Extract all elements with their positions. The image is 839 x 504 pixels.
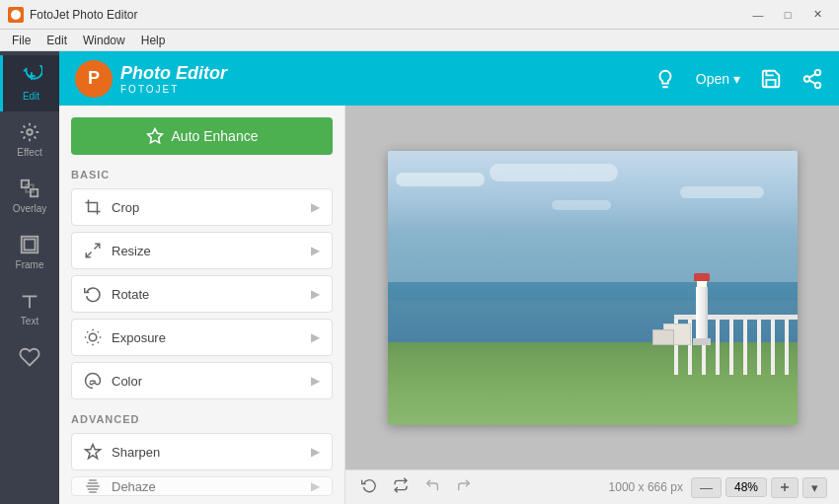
svg-marker-28 xyxy=(86,445,101,459)
svg-line-18 xyxy=(86,252,91,257)
top-bar-actions: Open ▾ xyxy=(654,68,823,90)
zoom-plus-button[interactable] xyxy=(771,477,799,498)
rotate-chevron: ▶ xyxy=(311,287,320,301)
crop-tool[interactable]: Crop ▶ xyxy=(71,188,333,226)
zoom-dropdown-button[interactable]: ▾ xyxy=(802,477,827,498)
crop-chevron: ▶ xyxy=(311,200,320,214)
exposure-chevron: ▶ xyxy=(311,330,320,344)
svg-point-11 xyxy=(815,69,821,75)
crop-tool-left: Crop xyxy=(84,198,139,216)
refresh-button[interactable] xyxy=(357,475,381,499)
sidebar-item-favorites[interactable] xyxy=(0,336,59,382)
rotate-label: Rotate xyxy=(112,287,149,302)
title-bar-left: FotoJet Photo Editor xyxy=(8,7,137,23)
svg-line-27 xyxy=(98,331,99,332)
menu-edit[interactable]: Edit xyxy=(38,32,75,49)
logo-sub: FOTOJET xyxy=(120,84,227,95)
rotate-tool-left: Rotate xyxy=(84,285,149,303)
svg-marker-16 xyxy=(147,129,162,143)
close-button[interactable]: ✕ xyxy=(803,5,831,25)
dehaze-tool[interactable]: Dehaze ▶ xyxy=(71,476,333,496)
dehaze-chevron: ▶ xyxy=(311,479,320,493)
sharpen-label: Sharpen xyxy=(112,445,160,460)
dimensions-display: 1000 x 666 px xyxy=(609,480,683,494)
minimize-button[interactable]: — xyxy=(744,5,772,25)
sidebar-item-frame[interactable]: Frame xyxy=(0,224,59,280)
tool-panel: Auto Enhance BASIC Crop ▶ xyxy=(59,106,345,504)
sharpen-tool-left: Sharpen xyxy=(84,443,160,461)
lighthouse-base xyxy=(693,338,711,345)
cloud-1 xyxy=(396,173,485,186)
sidebar-edit-label: Edit xyxy=(23,91,39,102)
lighthouse-cap xyxy=(694,273,710,281)
dehaze-tool-left: Dehaze xyxy=(84,477,156,495)
sidebar-item-overlay[interactable]: Overlay xyxy=(0,168,59,224)
svg-line-15 xyxy=(809,73,815,77)
title-bar: FotoJet Photo Editor — □ ✕ xyxy=(0,0,839,30)
logo-area: P Photo Editor FOTOJET xyxy=(75,60,227,98)
menu-window[interactable]: Window xyxy=(75,32,133,49)
status-bar: 1000 x 666 px — 48% ▾ xyxy=(345,469,839,504)
app-icon xyxy=(8,7,24,23)
menu-bar: File Edit Window Help xyxy=(0,30,839,51)
svg-line-14 xyxy=(809,80,815,84)
logo-name: Photo Editor xyxy=(120,63,227,84)
svg-point-12 xyxy=(804,76,810,82)
color-label: Color xyxy=(112,374,142,389)
zoom-level: 48% xyxy=(725,477,767,497)
tips-button[interactable] xyxy=(654,68,676,90)
resize-label: Resize xyxy=(112,244,151,258)
redo-button[interactable] xyxy=(452,475,476,499)
svg-line-22 xyxy=(87,331,88,332)
zoom-minus-button[interactable]: — xyxy=(691,477,722,498)
dehaze-label: Dehaze xyxy=(112,479,156,494)
color-tool-left: Color xyxy=(84,372,142,390)
photo-view xyxy=(345,106,839,469)
fence xyxy=(674,315,798,375)
content-area: Auto Enhance BASIC Crop ▶ xyxy=(59,106,839,504)
maximize-button[interactable]: □ xyxy=(774,5,801,25)
app-body: Edit Effect Overlay Fra xyxy=(0,51,839,504)
window-controls: — □ ✕ xyxy=(744,5,831,25)
cloud-2 xyxy=(490,164,618,181)
zoom-controls: — 48% ▾ xyxy=(691,477,827,498)
open-button[interactable]: Open ▾ xyxy=(696,71,740,87)
lighthouse xyxy=(696,273,711,345)
sidebar-effect-label: Effect xyxy=(17,147,41,158)
share-button[interactable] xyxy=(801,68,823,90)
resize-chevron: ▶ xyxy=(311,244,320,257)
exposure-tool-left: Exposure xyxy=(84,328,166,346)
top-bar: P Photo Editor FOTOJET Open ▾ xyxy=(59,51,839,106)
color-tool[interactable]: Color ▶ xyxy=(71,362,333,399)
resize-tool[interactable]: Resize ▶ xyxy=(71,232,333,269)
svg-point-0 xyxy=(11,10,21,20)
cloud-4 xyxy=(552,200,611,210)
svg-line-23 xyxy=(98,342,99,343)
swap-button[interactable] xyxy=(389,475,413,499)
canvas-area: 1000 x 666 px — 48% ▾ xyxy=(345,106,839,504)
sidebar-frame-label: Frame xyxy=(16,259,44,270)
sidebar-item-effect[interactable]: Effect xyxy=(0,111,59,168)
logo-text: Photo Editor FOTOJET xyxy=(120,63,227,95)
auto-enhance-button[interactable]: Auto Enhance xyxy=(71,117,333,155)
right-column: P Photo Editor FOTOJET Open ▾ xyxy=(59,51,839,504)
resize-tool-left: Resize xyxy=(84,242,151,259)
svg-line-17 xyxy=(95,244,100,249)
window-title: FotoJet Photo Editor xyxy=(30,8,137,22)
building-2 xyxy=(652,329,674,345)
save-button[interactable] xyxy=(760,68,782,90)
advanced-section-label: ADVANCED xyxy=(71,413,333,425)
sidebar-item-edit[interactable]: Edit xyxy=(0,55,59,111)
sidebar-item-text[interactable]: Text xyxy=(0,280,59,336)
exposure-label: Exposure xyxy=(112,330,166,345)
exposure-tool[interactable]: Exposure ▶ xyxy=(71,319,333,356)
svg-rect-8 xyxy=(25,240,36,251)
cloud-3 xyxy=(680,186,764,198)
rotate-tool[interactable]: Rotate ▶ xyxy=(71,275,333,313)
undo-button[interactable] xyxy=(420,475,444,499)
menu-help[interactable]: Help xyxy=(133,32,174,49)
sharpen-tool[interactable]: Sharpen ▶ xyxy=(71,433,333,470)
svg-point-3 xyxy=(27,129,33,135)
svg-line-26 xyxy=(87,342,88,343)
menu-file[interactable]: File xyxy=(4,32,38,49)
